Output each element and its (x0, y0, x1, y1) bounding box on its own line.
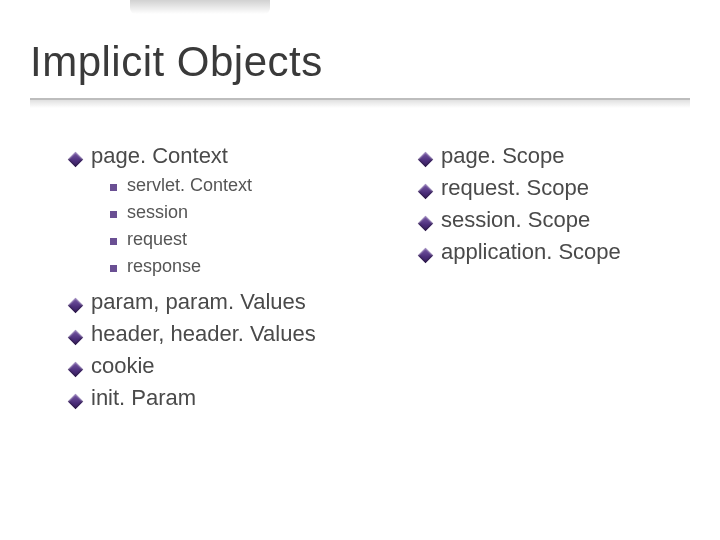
item-label: application. Scope (441, 236, 621, 268)
diamond-bullet-icon (418, 152, 434, 168)
sublist-item: servlet. Context (110, 172, 370, 199)
sublist-item: response (110, 253, 370, 280)
square-bullet-icon (110, 184, 117, 191)
item-label: session. Scope (441, 204, 590, 236)
right-column: page. Scope request. Scope session. Scop… (420, 140, 680, 268)
diamond-bullet-icon (68, 152, 84, 168)
item-label: cookie (91, 350, 155, 382)
sublist-item: request (110, 226, 370, 253)
content-columns: page. Context servlet. Context session r… (70, 140, 680, 413)
item-label: request. Scope (441, 172, 589, 204)
item-label: page. Scope (441, 140, 565, 172)
slide: Implicit Objects page. Context servlet. … (0, 0, 720, 540)
diamond-bullet-icon (418, 216, 434, 232)
left-column: page. Context servlet. Context session r… (70, 140, 370, 413)
sublist-item: session (110, 199, 370, 226)
list-item: header, header. Values (70, 318, 370, 350)
subitem-label: response (127, 253, 201, 280)
top-shadow-decoration (130, 0, 270, 14)
list-item: page. Context (70, 140, 370, 172)
item-label: param, param. Values (91, 286, 306, 318)
subitem-label: request (127, 226, 187, 253)
list-item: cookie (70, 350, 370, 382)
diamond-bullet-icon (68, 298, 84, 314)
left-group-pagecontext: page. Context servlet. Context session r… (70, 140, 370, 280)
item-label: header, header. Values (91, 318, 316, 350)
list-item: session. Scope (420, 204, 680, 236)
list-item: page. Scope (420, 140, 680, 172)
subitem-label: servlet. Context (127, 172, 252, 199)
diamond-bullet-icon (68, 393, 84, 409)
diamond-bullet-icon (68, 361, 84, 377)
title-rule-shadow (30, 100, 690, 108)
list-item: request. Scope (420, 172, 680, 204)
list-item: param, param. Values (70, 286, 370, 318)
item-label: page. Context (91, 140, 228, 172)
slide-title: Implicit Objects (30, 38, 323, 86)
diamond-bullet-icon (418, 247, 434, 263)
diamond-bullet-icon (68, 330, 84, 346)
diamond-bullet-icon (418, 184, 434, 200)
item-label: init. Param (91, 382, 196, 414)
subitem-label: session (127, 199, 188, 226)
square-bullet-icon (110, 211, 117, 218)
list-item: init. Param (70, 382, 370, 414)
square-bullet-icon (110, 265, 117, 272)
square-bullet-icon (110, 238, 117, 245)
list-item: application. Scope (420, 236, 680, 268)
